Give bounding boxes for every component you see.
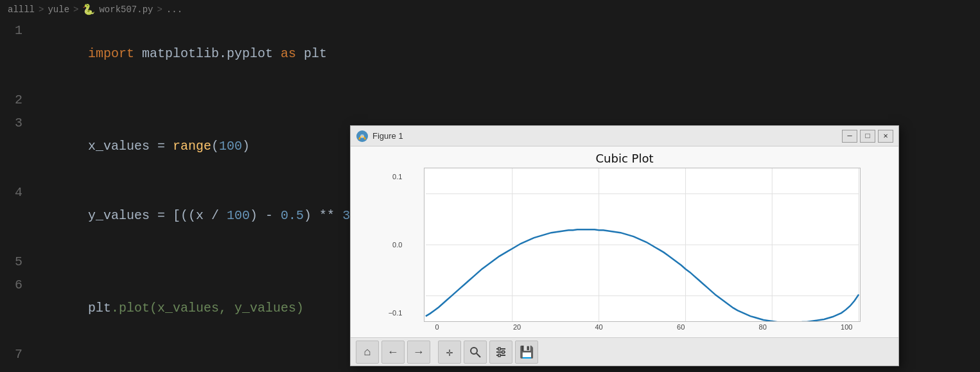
matplotlib-icon — [356, 130, 369, 143]
svg-point-10 — [471, 348, 477, 354]
maximize-button[interactable]: □ — [860, 130, 875, 143]
y-label-mid: 0.0 — [389, 241, 403, 249]
python-icon: 🐍 — [82, 3, 95, 16]
line-number-2: 2 — [0, 89, 35, 112]
line-number-4: 4 — [0, 181, 35, 204]
svg-line-11 — [477, 353, 480, 357]
close-button[interactable]: ✕ — [878, 130, 893, 143]
x-label-0: 0 — [435, 323, 439, 331]
figure-title: Figure 1 — [372, 131, 838, 141]
back-button[interactable]: ← — [381, 341, 405, 364]
line-number-7: 7 — [0, 343, 35, 366]
x-label-100: 100 — [841, 323, 852, 331]
plot-area — [424, 168, 861, 322]
x-label-20: 20 — [513, 323, 521, 331]
line-number-3: 3 — [0, 112, 35, 135]
home-button[interactable]: ⌂ — [356, 341, 379, 364]
x-label-80: 80 — [759, 323, 767, 331]
figure-content: Cubic Plot 0.1 0.0 −0.1 — [351, 146, 898, 337]
y-label-top: 0.1 — [389, 173, 403, 181]
minimize-button[interactable]: — — [842, 130, 857, 143]
zoom-icon — [469, 346, 481, 358]
plot-title: Cubic Plot — [596, 152, 654, 165]
line-number-5: 5 — [0, 251, 35, 274]
window-controls: — □ ✕ — [842, 130, 893, 143]
forward-button[interactable]: → — [407, 341, 430, 364]
svg-rect-17 — [498, 354, 500, 357]
line-number-6: 6 — [0, 274, 35, 297]
line-number-1: 1 — [0, 19, 35, 42]
figure-window: Figure 1 — □ ✕ Cubic Plot 0.1 0.0 −0.1 — [350, 125, 899, 366]
code-line-2: 2 — [0, 89, 980, 112]
code-line-1: 1 import matplotlib.pyplot as plt — [0, 19, 980, 89]
svg-rect-16 — [502, 351, 504, 353]
code-line-8: 8 plt.title('Cubic Plot') — [0, 366, 980, 372]
breadcrumb-yule: yule — [48, 4, 69, 15]
line-content-2 — [35, 89, 980, 112]
breadcrumb-ellipsis: ... — [166, 4, 182, 15]
cubic-polyline — [426, 229, 859, 321]
breadcrumb-allll: allll — [8, 4, 35, 15]
figure-titlebar: Figure 1 — □ ✕ — [351, 126, 898, 146]
line-content-1: import matplotlib.pyplot as plt — [35, 19, 980, 89]
line-number-8: 8 — [0, 366, 35, 372]
breadcrumb: allll > yule > 🐍 work507.py > ... — [0, 0, 980, 19]
svg-point-1 — [360, 134, 364, 138]
save-button[interactable]: 💾 — [515, 341, 538, 364]
zoom-button[interactable] — [464, 341, 487, 364]
figure-toolbar: ⌂ ← → ✛ 💾 — [351, 337, 898, 366]
svg-rect-15 — [498, 348, 500, 350]
config-button[interactable] — [489, 341, 512, 364]
breadcrumb-file: work507.py — [99, 4, 153, 15]
x-label-40: 40 — [595, 323, 602, 331]
move-button[interactable]: ✛ — [438, 341, 461, 364]
y-label-bot: −0.1 — [389, 309, 403, 317]
x-axis-labels: 0 20 40 60 80 100 — [416, 322, 853, 332]
cubic-curve — [424, 168, 860, 321]
line-content-8: plt.title('Cubic Plot') — [35, 366, 980, 372]
config-icon — [495, 346, 507, 358]
x-label-60: 60 — [677, 323, 685, 331]
